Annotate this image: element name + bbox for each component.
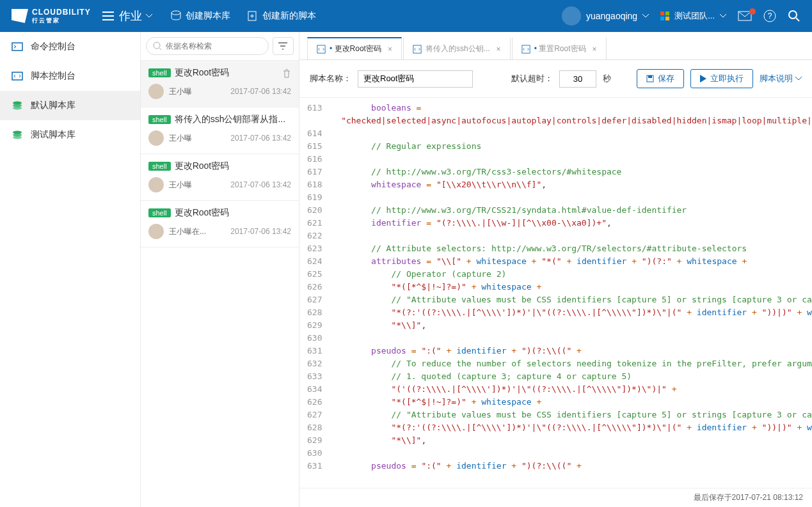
code-file-icon [413,45,422,54]
script-list-item[interactable]: shell将传入的ssh公钥部署从指...王小曝2017-07-06 13:42 [141,107,299,154]
database-icon [170,10,182,22]
editor-tab[interactable]: 更改Root密码× [307,37,402,59]
stack-green-icon [12,130,23,140]
close-icon[interactable]: × [497,45,501,54]
code-file-icon [521,45,530,54]
shell-badge: shell [148,162,171,171]
author-name: 王小曝 [169,180,192,191]
breadcrumb[interactable]: 作业 [119,8,152,24]
script-name-input[interactable] [358,70,473,88]
app-header: CLOUDBILITY 行云管家 作业 创建脚本库 创建新的脚本 yuangao… [0,0,812,32]
brand-sub: 行云管家 [32,17,91,25]
logo-icon [12,9,28,23]
play-icon [700,75,706,82]
apps-grid-icon [660,12,669,20]
menu-toggle-icon[interactable] [102,12,114,20]
script-title: 将传入的ssh公钥部署从指... [175,114,285,124]
name-label: 脚本名称： [310,73,351,84]
svg-point-0 [171,11,180,15]
tab-label: 重置Root密码 [534,43,586,54]
search-button[interactable] [788,10,800,22]
editor-panel: 更改Root密码×将传入的ssh公钥...×重置Root密码× 脚本名称： 默认… [299,32,812,507]
user-menu[interactable]: yuangaoqing [562,6,649,26]
terminal-icon [12,42,23,52]
chevron-down-icon [720,14,726,18]
search-input[interactable] [166,42,262,51]
delete-icon[interactable] [282,68,291,79]
filter-icon [278,42,289,50]
author-avatar-icon [148,84,164,99]
team-selector[interactable]: 测试团队... [660,10,726,22]
shell-badge: shell [148,68,171,77]
tab-label: 将传入的ssh公钥... [426,43,490,54]
author-avatar-icon [148,130,164,146]
author-avatar-icon [148,177,164,192]
chevron-down-icon [642,14,649,18]
code-editor[interactable]: 613 614 615 616 617 618 619 620 621 622 … [299,98,812,488]
shell-badge: shell [148,115,171,124]
tabs: 更改Root密码×将传入的ssh公钥...×重置Root密码× [299,32,812,60]
author-avatar-icon [148,224,164,239]
script-list-panel: shell更改Root密码王小曝2017-07-06 13:42shell将传入… [141,32,299,507]
help-button[interactable]: ? [763,10,776,22]
stack-green-icon [12,100,23,111]
script-list-item[interactable]: shell更改Root密码王小曝在...2017-07-06 13:42 [141,201,299,247]
shell-badge: shell [148,208,171,217]
left-nav: 命令控制台脚本控制台默认脚本库测试脚本库 [0,32,141,507]
author-name: 王小曝 [169,133,192,144]
svg-point-14 [154,42,160,49]
save-icon [646,75,654,82]
nav-item[interactable]: 测试脚本库 [0,120,140,150]
nav-item[interactable]: 命令控制台 [0,32,140,61]
svg-point-5 [789,11,797,19]
nav-item[interactable]: 默认脚本库 [0,91,140,120]
chevron-down-icon [146,14,152,18]
status-bar: 最后保存于2017-07-21 08:13:12 [299,488,812,507]
svg-rect-6 [12,43,22,51]
user-avatar-icon [562,6,581,26]
chevron-down-icon [795,77,802,81]
tab-label: 更改Root密码 [330,43,381,54]
script-list-item[interactable]: shell更改Root密码王小曝2017-07-06 13:42 [141,154,299,201]
script-title: 更改Root密码 [175,67,230,77]
create-script-button[interactable]: 创建新的脚本 [247,10,316,22]
search-icon [153,42,162,51]
run-button[interactable]: 立即执行 [690,69,753,88]
filter-button[interactable] [273,37,294,55]
file-plus-icon [247,10,259,22]
script-title: 更改Root密码 [175,207,230,217]
modified-time: 2017-07-06 13:42 [230,227,291,236]
inbox-button[interactable] [738,11,752,21]
save-button[interactable]: 保存 [637,69,684,88]
timeout-unit: 秒 [603,73,611,84]
search-input-wrap[interactable] [146,37,269,55]
toolbar: 脚本名称： 默认超时： 秒 保存 立即执行 脚本说明 [299,60,812,98]
timeout-label: 默认超时： [511,73,553,84]
script-list-item[interactable]: shell更改Root密码王小曝2017-07-06 13:42 [141,61,299,107]
author-name: 王小曝在... [169,226,206,237]
brand-logo: CLOUDBILITY 行云管家 [12,7,91,25]
code-file-icon [317,45,326,54]
nav-item[interactable]: 脚本控制台 [0,61,140,91]
script-title: 更改Root密码 [175,160,230,171]
svg-point-10 [13,107,22,110]
svg-point-13 [13,136,22,139]
help-icon: ? [763,10,776,22]
svg-text:?: ? [768,12,772,20]
brand-name: CLOUDBILITY [32,8,91,17]
modified-time: 2017-07-06 13:42 [230,180,291,189]
svg-rect-19 [648,75,652,78]
timeout-input[interactable] [559,70,596,88]
create-lib-button[interactable]: 创建脚本库 [170,10,230,22]
notification-badge [749,8,756,15]
search-icon [788,10,800,22]
close-icon[interactable]: × [593,45,597,54]
code-icon [12,71,23,81]
script-desc-link[interactable]: 脚本说明 [760,73,802,84]
modified-time: 2017-07-06 13:42 [230,134,291,143]
editor-tab[interactable]: 将传入的ssh公钥...× [403,37,511,59]
editor-tab[interactable]: 重置Root密码× [512,37,607,59]
close-icon[interactable]: × [388,45,392,54]
modified-time: 2017-07-06 13:42 [230,87,291,96]
author-name: 王小曝 [169,86,192,97]
